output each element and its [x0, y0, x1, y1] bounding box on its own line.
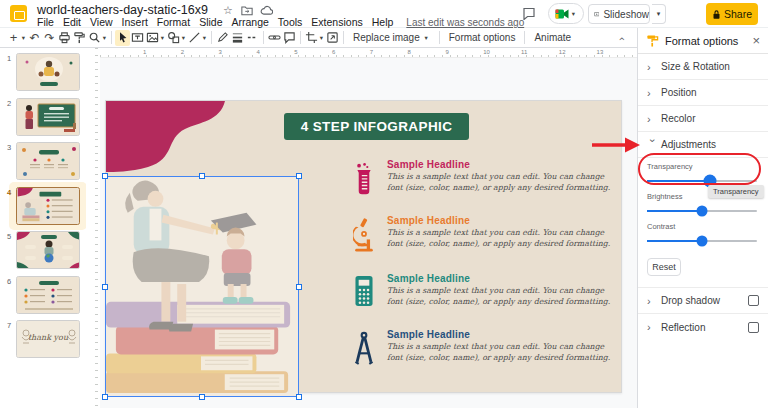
print-button[interactable]	[57, 30, 72, 46]
slides-logo-icon[interactable]	[10, 5, 27, 22]
border-color-button[interactable]	[215, 30, 230, 46]
add-comment-button[interactable]	[282, 30, 297, 46]
menu-extensions[interactable]: Extensions	[311, 16, 362, 28]
star-icon[interactable]: ☆	[223, 4, 233, 16]
format-options-button[interactable]: Format options	[443, 30, 522, 46]
step-item-4[interactable]: Sample Headline This is a sample text th…	[353, 329, 611, 381]
insert-link-button[interactable]	[267, 30, 282, 46]
menu-tools[interactable]: Tools	[278, 16, 303, 28]
contrast-slider[interactable]	[647, 234, 757, 248]
menu-file[interactable]: File	[37, 16, 54, 28]
drop-shadow-checkbox[interactable]	[748, 295, 759, 306]
brightness-slider[interactable]	[647, 204, 757, 218]
selection-handle[interactable]	[102, 394, 108, 400]
slide-thumbnail-6[interactable]: 6	[0, 276, 86, 314]
undo-button[interactable]: ↶	[27, 30, 42, 46]
new-slide-caret[interactable]: ▾	[20, 34, 27, 42]
section-label: Drop shadow	[661, 295, 720, 306]
menu-slide[interactable]: Slide	[199, 16, 222, 28]
step-item-1[interactable]: Sample Headline This is a sample text th…	[353, 159, 611, 211]
section-position[interactable]: › Position	[638, 80, 768, 106]
menu-help[interactable]: Help	[372, 16, 394, 28]
item-body[interactable]: This is a sample text that you can edit.…	[387, 286, 613, 308]
select-tool-button[interactable]	[115, 30, 130, 46]
section-adjustments[interactable]: › Adjustments	[638, 132, 768, 158]
selection-handle[interactable]	[199, 173, 205, 179]
insert-image-caret[interactable]: ▾	[159, 34, 166, 42]
filmstrip: 1 2 3 4 5 6 7 thank	[0, 48, 86, 408]
selected-image[interactable]	[105, 176, 299, 397]
paint-format-button[interactable]	[72, 30, 87, 46]
crop-image-button[interactable]	[304, 30, 319, 46]
slide-thumbnail-7[interactable]: 7 thank you	[0, 320, 86, 358]
slide-canvas[interactable]: 4 STEP INFOGRAPHIC	[105, 100, 622, 393]
text-box-button[interactable]	[130, 30, 145, 46]
slide-thumbnail-3[interactable]: 3	[0, 142, 86, 180]
zoom-caret[interactable]: ▾	[101, 34, 108, 42]
slider-thumb[interactable]	[697, 236, 708, 247]
border-dash-button[interactable]	[245, 30, 260, 46]
selection-handle[interactable]	[199, 394, 205, 400]
menu-view[interactable]: View	[90, 16, 113, 28]
last-edit-status[interactable]: Last edit was seconds ago	[406, 17, 524, 28]
menu-edit[interactable]: Edit	[63, 16, 81, 28]
section-reflection[interactable]: › Reflection	[638, 314, 768, 340]
selection-handle[interactable]	[102, 173, 108, 179]
step-item-3[interactable]: Sample Headline This is a sample text th…	[353, 273, 611, 325]
slider-track[interactable]	[647, 180, 757, 182]
animate-button[interactable]: Animate	[528, 30, 577, 46]
item-headline[interactable]: Sample Headline	[387, 215, 613, 226]
slide-thumbnail-1[interactable]: 1	[0, 53, 86, 91]
item-headline[interactable]: Sample Headline	[387, 273, 613, 284]
insert-shape-button[interactable]	[166, 30, 181, 46]
zoom-button[interactable]	[87, 30, 102, 46]
selection-handle[interactable]	[296, 284, 302, 290]
selection-handle[interactable]	[102, 284, 108, 290]
menu-insert[interactable]: Insert	[122, 16, 148, 28]
replace-image-button[interactable]: Replace image▾	[347, 30, 436, 46]
chevron-right-icon: ›	[647, 61, 661, 73]
insert-line-caret[interactable]: ▾	[201, 34, 208, 42]
lock-icon	[712, 9, 721, 20]
item-body[interactable]: This is a sample text that you can edit.…	[387, 228, 613, 250]
border-weight-button[interactable]	[230, 30, 245, 46]
menu-format[interactable]: Format	[157, 16, 190, 28]
vertical-ruler	[86, 48, 100, 408]
hide-menus-icon[interactable]: ›	[615, 37, 627, 41]
document-title[interactable]: world-teachers-day-static-16x9	[37, 3, 208, 17]
reset-button[interactable]: Reset	[647, 258, 681, 276]
slideshow-options-caret[interactable]: ▾	[652, 4, 666, 24]
reflection-checkbox[interactable]	[748, 322, 759, 333]
contrast-label: Contrast	[647, 222, 757, 231]
slide-title-banner[interactable]: 4 STEP INFOGRAPHIC	[284, 113, 469, 140]
mask-image-button[interactable]	[325, 30, 340, 46]
meet-presentation-button[interactable]: ▾	[548, 3, 584, 24]
new-slide-button[interactable]: +	[6, 30, 21, 46]
slideshow-button[interactable]: Slideshow	[588, 4, 650, 24]
insert-image-button[interactable]	[145, 30, 160, 46]
redo-button[interactable]: ↷	[42, 30, 57, 46]
step-item-2[interactable]: Sample Headline This is a sample text th…	[353, 215, 611, 267]
slide-thumbnail-4[interactable]: 4	[0, 187, 86, 225]
slider-thumb[interactable]	[697, 206, 708, 217]
section-size-rotation[interactable]: › Size & Rotation	[638, 54, 768, 80]
item-body[interactable]: This is a sample text that you can edit.…	[387, 172, 613, 194]
section-recolor[interactable]: › Recolor	[638, 106, 768, 132]
selection-handle[interactable]	[296, 394, 302, 400]
insert-line-button[interactable]	[187, 30, 202, 46]
slide-number: 6	[4, 277, 14, 286]
slide-thumbnail-5[interactable]: 5	[0, 231, 86, 269]
open-comments-icon[interactable]	[522, 6, 536, 24]
slide-thumbnail-2[interactable]: 2	[0, 98, 86, 136]
insert-shape-caret[interactable]: ▾	[180, 34, 187, 42]
chevron-right-icon: ›	[647, 295, 661, 307]
selection-handle[interactable]	[296, 173, 302, 179]
crop-caret[interactable]: ▾	[318, 34, 325, 42]
menu-arrange[interactable]: Arrange	[231, 16, 268, 28]
share-button[interactable]: Share	[706, 3, 758, 25]
item-headline[interactable]: Sample Headline	[387, 159, 613, 170]
close-panel-icon[interactable]: ×	[752, 34, 760, 47]
section-drop-shadow[interactable]: › Drop shadow	[638, 288, 768, 314]
item-headline[interactable]: Sample Headline	[387, 329, 613, 340]
item-body[interactable]: This is a sample text that you can edit.…	[387, 342, 613, 364]
